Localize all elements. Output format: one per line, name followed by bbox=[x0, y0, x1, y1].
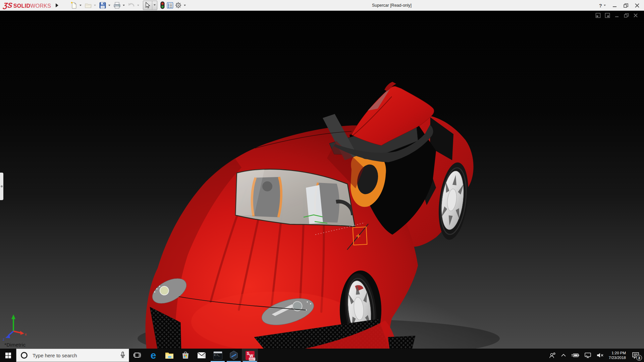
taskbar-file-explorer[interactable] bbox=[161, 349, 177, 362]
rebuild-button[interactable] bbox=[159, 1, 166, 10]
search-input[interactable] bbox=[32, 352, 120, 359]
new-document-button[interactable] bbox=[70, 1, 78, 10]
taskbar-command-prompt[interactable]: C:\_ bbox=[210, 349, 226, 362]
printer-icon bbox=[113, 2, 121, 9]
view-orientation-label: *Dimetric bbox=[4, 342, 26, 348]
store-icon bbox=[181, 351, 190, 359]
open-folder-icon bbox=[85, 2, 92, 9]
title-bar: ƷS SOLID WORKS bbox=[0, 0, 644, 11]
gear-icon bbox=[175, 2, 182, 9]
document-window-controls bbox=[595, 12, 639, 18]
windows-logo-icon bbox=[5, 353, 11, 358]
triad-x-label: x bbox=[25, 332, 27, 336]
doc-restore-button[interactable] bbox=[623, 12, 629, 18]
notification-badge: 3 bbox=[636, 355, 642, 361]
close-button[interactable] bbox=[635, 3, 639, 8]
windows-taskbar: e bbox=[0, 349, 644, 362]
cursor-select-icon bbox=[145, 2, 151, 9]
new-document-icon bbox=[71, 2, 77, 9]
dassault-logo-icon: ƷS bbox=[3, 1, 13, 9]
cortana-icon bbox=[20, 352, 28, 359]
document-title: Supercar [Read-only] bbox=[372, 0, 412, 11]
taskbar-task-view[interactable] bbox=[129, 349, 145, 362]
volume-button[interactable] bbox=[594, 349, 606, 362]
help-button[interactable]: ? bbox=[599, 3, 606, 8]
solidworks-2017-icon: S W 2017 bbox=[246, 351, 255, 360]
save-dropdown-icon[interactable] bbox=[108, 5, 110, 7]
solidworks-logo: ƷS SOLID WORKS bbox=[3, 1, 51, 9]
restore-button[interactable] bbox=[624, 3, 628, 8]
battery-button[interactable] bbox=[569, 349, 582, 362]
doc-close-button[interactable] bbox=[633, 12, 639, 18]
file-properties-button[interactable] bbox=[166, 1, 174, 9]
select-dropdown-icon bbox=[154, 4, 156, 7]
help-icon: ? bbox=[599, 3, 602, 8]
print-dropdown-icon[interactable] bbox=[123, 5, 125, 7]
taskbar-mail[interactable] bbox=[194, 349, 210, 362]
task-view-icon bbox=[133, 352, 141, 359]
file-explorer-icon bbox=[165, 352, 174, 359]
people-icon bbox=[549, 352, 556, 359]
save-button[interactable] bbox=[99, 1, 107, 10]
taskbar-clock[interactable]: 1:20 PM 7/23/2018 bbox=[606, 351, 629, 360]
taskbar-store[interactable] bbox=[177, 349, 194, 362]
help-dropdown-icon bbox=[604, 5, 606, 7]
menu-flyout-icon[interactable] bbox=[56, 3, 60, 7]
window-controls: ? bbox=[599, 0, 639, 11]
collapsed-panel-tab[interactable] bbox=[0, 173, 3, 200]
action-center-button[interactable]: 3 bbox=[629, 349, 644, 362]
traffic-light-icon bbox=[159, 1, 165, 9]
taskbar-search[interactable] bbox=[16, 349, 129, 362]
mail-icon bbox=[197, 352, 206, 359]
doc-minimize-button[interactable] bbox=[614, 12, 620, 18]
select-dropdown-button[interactable] bbox=[152, 1, 157, 10]
save-floppy-icon bbox=[99, 2, 106, 9]
battery-charging-icon bbox=[571, 353, 580, 358]
orientation-triad: x z bbox=[3, 314, 27, 341]
taskbar-solidworks[interactable]: S W 2017 bbox=[242, 349, 258, 362]
people-button[interactable] bbox=[546, 349, 558, 362]
main-toolbar bbox=[70, 1, 188, 10]
clock-time: 1:20 PM bbox=[611, 351, 626, 355]
network-icon bbox=[584, 352, 592, 358]
undo-dropdown-icon bbox=[137, 5, 139, 7]
new-dropdown-icon[interactable] bbox=[79, 5, 82, 7]
select-tool-button[interactable] bbox=[143, 1, 152, 10]
undo-icon bbox=[128, 2, 135, 9]
hidden-icons-button[interactable] bbox=[558, 349, 569, 362]
undo-button bbox=[127, 1, 136, 10]
chevron-up-icon bbox=[561, 354, 566, 357]
volume-muted-icon bbox=[596, 353, 604, 358]
taskbar-hexagon-app[interactable] bbox=[226, 349, 242, 362]
graphics-area[interactable]: x z *Dimetric bbox=[0, 11, 644, 349]
minimize-button[interactable] bbox=[612, 3, 617, 8]
pane-right-button[interactable] bbox=[604, 12, 610, 18]
open-button bbox=[84, 1, 92, 10]
pane-left-button[interactable] bbox=[595, 12, 601, 18]
options-button[interactable] bbox=[174, 1, 182, 9]
system-tray: 1:20 PM 7/23/2018 3 bbox=[546, 349, 644, 362]
clock-date: 7/23/2018 bbox=[609, 355, 626, 360]
solidworks-window: ƷS SOLID WORKS bbox=[0, 0, 644, 362]
taskbar-edge[interactable]: e bbox=[145, 349, 161, 362]
options-dropdown-icon[interactable] bbox=[184, 5, 186, 7]
file-properties-icon bbox=[167, 2, 173, 9]
edge-icon: e bbox=[151, 351, 156, 360]
triad-z-label: z bbox=[3, 337, 5, 341]
hexagon-app-icon bbox=[229, 351, 238, 360]
panel-tab-handle-icon bbox=[1, 185, 3, 187]
start-button[interactable] bbox=[0, 349, 16, 362]
microphone-icon[interactable] bbox=[120, 352, 125, 359]
select-tool-group bbox=[143, 1, 157, 10]
car-model[interactable]: x z bbox=[0, 11, 644, 349]
print-button[interactable] bbox=[113, 1, 121, 10]
open-dropdown-icon bbox=[94, 5, 96, 7]
side-vent-right[interactable] bbox=[388, 336, 415, 349]
command-prompt-icon: C:\_ bbox=[213, 351, 222, 360]
network-button[interactable] bbox=[582, 349, 594, 362]
